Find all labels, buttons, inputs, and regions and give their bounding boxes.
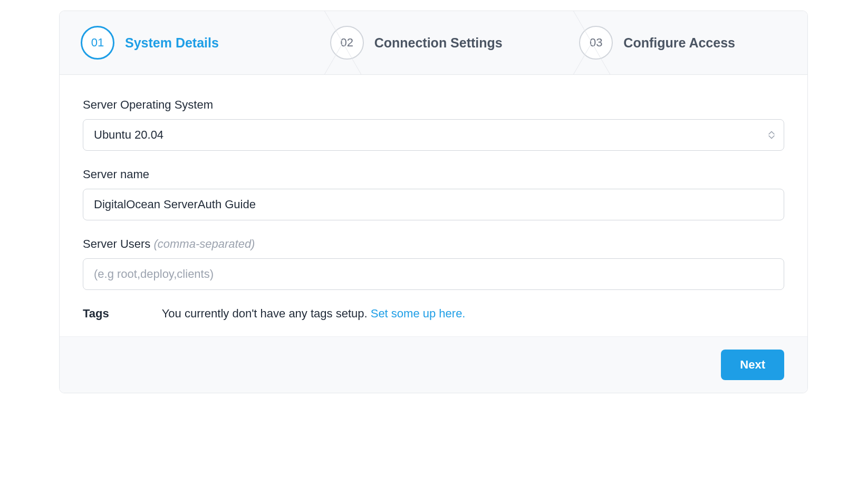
- form-group-server-name: Server name: [83, 168, 784, 220]
- tags-setup-link[interactable]: Set some up here.: [371, 307, 466, 320]
- server-name-label: Server name: [83, 168, 784, 181]
- os-select[interactable]: Ubuntu 20.04: [83, 119, 784, 151]
- step-number-circle: 01: [81, 26, 114, 60]
- tags-label: Tags: [83, 307, 109, 321]
- server-name-input[interactable]: [83, 189, 784, 220]
- step-title: Connection Settings: [374, 35, 503, 51]
- tags-message: You currently don't have any tags setup.: [162, 307, 371, 320]
- os-select-wrapper: Ubuntu 20.04: [83, 119, 784, 151]
- tags-text: You currently don't have any tags setup.…: [162, 307, 466, 321]
- form-group-os: Server Operating System Ubuntu 20.04: [83, 98, 784, 151]
- os-label: Server Operating System: [83, 98, 784, 112]
- server-users-label-text: Server Users: [83, 237, 153, 250]
- wizard-footer: Next: [60, 336, 807, 393]
- tags-row: Tags You currently don't have any tags s…: [83, 307, 784, 321]
- step-configure-access[interactable]: 03 Configure Access: [558, 11, 807, 74]
- next-button[interactable]: Next: [721, 350, 784, 380]
- step-connection-settings[interactable]: 02 Connection Settings: [309, 11, 558, 74]
- step-number-circle: 02: [330, 26, 364, 60]
- step-title: Configure Access: [623, 35, 735, 51]
- step-title: System Details: [125, 35, 219, 51]
- form-body: Server Operating System Ubuntu 20.04 Ser…: [60, 75, 807, 336]
- server-users-hint: (comma-separated): [153, 237, 255, 250]
- wizard-container: 01 System Details 02 Connection Settings…: [59, 11, 808, 393]
- stepper: 01 System Details 02 Connection Settings…: [60, 11, 807, 75]
- server-users-input[interactable]: [83, 258, 784, 290]
- step-number-circle: 03: [579, 26, 613, 60]
- server-users-label: Server Users (comma-separated): [83, 237, 784, 251]
- form-group-server-users: Server Users (comma-separated): [83, 237, 784, 290]
- step-system-details[interactable]: 01 System Details: [60, 11, 309, 74]
